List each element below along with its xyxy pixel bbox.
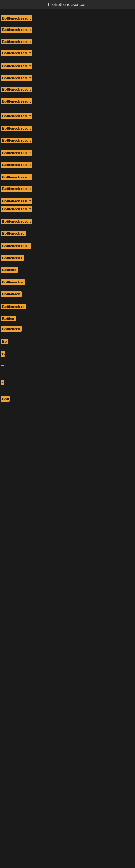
bottleneck-result-label: Bottleneck result [1, 63, 32, 69]
bottleneck-result-label: · [1, 380, 4, 385]
bottleneck-result-label: Bottleneck result [1, 175, 32, 180]
list-item: Bottleneck result [1, 162, 32, 169]
bottleneck-result-label: Bottlene [1, 267, 18, 273]
list-item: Bottleneck result [1, 219, 32, 225]
site-title: TheBottlenecker.com [0, 0, 135, 9]
bottleneck-result-label: Bottleneck result [1, 162, 32, 167]
list-item: Bottlen [1, 316, 16, 322]
list-item: Bottleneck result [1, 27, 32, 34]
bottleneck-result-label: Bottleneck result [1, 150, 32, 156]
list-item: Bottleneck result [1, 113, 32, 120]
list-item: B [1, 351, 5, 358]
list-item: Bottleneck [1, 326, 21, 333]
list-item: Bottleneck re [1, 304, 26, 311]
bottleneck-result-label: Bottleneck result [1, 27, 32, 33]
bottleneck-result-label: B [1, 351, 5, 357]
list-item: Bottleneck result [1, 63, 32, 70]
list-item: Bottleneck result [1, 150, 32, 157]
bottleneck-result-label: Bottleneck result [1, 39, 32, 44]
list-item: Bottleneck result [1, 75, 32, 82]
bottleneck-result-label: Bottleneck [1, 291, 21, 297]
list-item: Bottleneck result [1, 137, 32, 144]
list-item: Bottleneck n [1, 279, 25, 286]
bottleneck-result-label: Bottleneck result [1, 87, 32, 92]
list-item: · [1, 380, 4, 386]
list-item: Bottleneck result [1, 87, 32, 93]
bottleneck-result-label: Bottleneck result [1, 75, 32, 81]
bottleneck-result-label: Bottleneck n [1, 279, 25, 285]
list-item: Bottleneck result [1, 126, 32, 132]
list-item: Bottleneck [1, 291, 21, 298]
bottleneck-result-label: Bottleneck result [1, 98, 32, 104]
list-item: Bottleneck result [1, 206, 32, 213]
list-item: Bottlene [1, 267, 18, 274]
list-item: Bott [1, 396, 10, 403]
list-item: Bottleneck result [1, 186, 32, 193]
list-item: Bottleneck result [1, 16, 32, 22]
bottleneck-result-label: Bottleneck resul [1, 243, 31, 249]
bottleneck-result-label: Bott [1, 396, 10, 402]
list-item: Bottleneck result [1, 39, 32, 45]
list-item: Bo [1, 339, 8, 345]
bottleneck-result-label: Bottleneck [1, 326, 21, 332]
list-item: Bottleneck result [1, 98, 32, 105]
bottleneck-result-label: Bottleneck result [1, 219, 32, 224]
bottleneck-result-label: Bottleneck r [1, 255, 24, 261]
bottleneck-result-label: Bottleneck result [1, 113, 32, 119]
bottleneck-result-label: Bottleneck result [1, 16, 32, 21]
bottleneck-result-label: Bottleneck result [1, 137, 32, 143]
bottleneck-result-label: Bottleneck re [1, 230, 26, 236]
bottleneck-result-label: Bottleneck re [1, 304, 26, 310]
bottleneck-result-label: Bottleneck result [1, 126, 32, 131]
bottleneck-result-label: Bottleneck result [1, 206, 32, 212]
list-item: Bottleneck resul [1, 243, 31, 250]
list-item: Bottleneck result [1, 198, 32, 205]
list-item [1, 362, 4, 367]
list-item: Bottleneck result [1, 175, 32, 181]
bottleneck-result-label: Bo [1, 339, 8, 344]
bottleneck-result-label: Bottlen [1, 316, 16, 321]
list-item: Bottleneck r [1, 255, 24, 262]
bottleneck-result-label [1, 365, 4, 366]
bottleneck-result-label: Bottleneck result [1, 198, 32, 204]
bottleneck-result-label: Bottleneck result [1, 186, 32, 191]
site-title-text: TheBottlenecker.com [47, 2, 88, 7]
bottleneck-result-label: Bottleneck result [1, 50, 32, 56]
list-item: Bottleneck re [1, 230, 26, 237]
list-item: Bottleneck result [1, 50, 32, 57]
